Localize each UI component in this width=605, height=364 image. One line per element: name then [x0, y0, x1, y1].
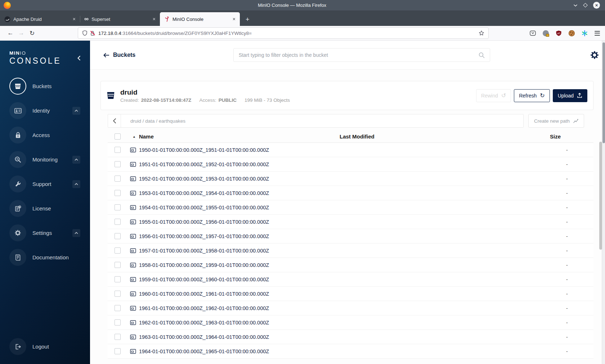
object-row[interactable]: 1962-01-01T00:00:00.000Z_1963-01-01T00:0… [108, 315, 593, 330]
search-input[interactable] [239, 52, 479, 58]
object-row[interactable]: 1956-01-01T00:00:00.000Z_1957-01-01T00:0… [108, 229, 593, 244]
menu-hamburger-icon[interactable] [595, 31, 600, 36]
object-row[interactable]: 1959-01-01T00:00:00.000Z_1960-01-01T00:0… [108, 272, 593, 287]
upload-button[interactable]: Upload [553, 89, 587, 102]
shield-icon[interactable] [82, 30, 88, 36]
insecure-lock-icon[interactable] [90, 31, 95, 36]
sidebar-item-identity[interactable]: Identity [0, 102, 90, 119]
row-checkbox[interactable] [115, 161, 121, 167]
object-name[interactable]: 1959-01-01T00:00:00.000Z_1960-01-01T00:0… [139, 277, 269, 282]
tab-close-icon[interactable]: × [152, 16, 156, 22]
object-name[interactable]: 1960-01-01T00:00:00.000Z_1961-01-01T00:0… [139, 291, 269, 297]
sidebar-menu: Buckets Identity Access [0, 78, 90, 273]
row-checkbox[interactable] [115, 262, 121, 268]
cookie-icon[interactable] [569, 30, 575, 36]
sidebar-item-logout[interactable]: Logout [0, 338, 90, 355]
column-header-name[interactable]: ▲ Name [125, 133, 340, 140]
sidebar-item-license[interactable]: License [0, 200, 90, 217]
object-name[interactable]: 1963-01-01T00:00:00.000Z_1964-01-01T00:0… [139, 334, 269, 340]
chevron-up-icon[interactable] [72, 180, 80, 188]
sidebar-item-documentation[interactable]: Documentation [0, 249, 90, 266]
row-checkbox[interactable] [115, 319, 121, 326]
sidebar-item-access[interactable]: Access [0, 127, 90, 144]
object-row[interactable]: 1957-01-01T00:00:00.000Z_1958-01-01T00:0… [108, 244, 593, 258]
object-name[interactable]: 1950-01-01T00:00:00.000Z_1951-01-01T00:0… [139, 147, 269, 153]
pocket-icon[interactable] [530, 30, 536, 36]
object-name[interactable]: 1954-01-01T00:00:00.000Z_1955-01-01T00:0… [139, 205, 269, 210]
select-all-checkbox[interactable] [115, 133, 121, 140]
tab-apache-druid[interactable]: Apache Druid × [0, 12, 80, 26]
row-checkbox[interactable] [115, 348, 121, 354]
chevron-up-icon[interactable] [72, 107, 80, 115]
color-asterisk-icon[interactable] [582, 30, 588, 36]
object-row[interactable]: 1961-01-01T00:00:00.000Z_1962-01-01T00:0… [108, 301, 593, 315]
create-new-path-button[interactable]: Create new path [528, 114, 584, 128]
chevron-up-icon[interactable] [72, 229, 80, 237]
back-icon[interactable]: ← [5, 28, 16, 38]
object-name[interactable]: 1958-01-01T00:00:00.000Z_1959-01-01T00:0… [139, 262, 269, 268]
row-checkbox[interactable] [115, 176, 121, 182]
minimize-icon[interactable] [573, 4, 578, 7]
row-checkbox[interactable] [115, 147, 121, 153]
object-row[interactable]: 1964-01-01T00:00:00.000Z_1965-01-01T00:0… [108, 344, 593, 359]
tab-minio-console[interactable]: MinIO Console × [160, 12, 240, 26]
object-name[interactable]: 1953-01-01T00:00:00.000Z_1954-01-01T00:0… [139, 190, 269, 196]
row-checkbox[interactable] [115, 291, 121, 297]
sidebar-item-settings[interactable]: Settings [0, 224, 90, 241]
object-row[interactable]: 1953-01-01T00:00:00.000Z_1954-01-01T00:0… [108, 186, 593, 200]
ublock-shield-icon[interactable]: uO [556, 30, 562, 36]
object-name[interactable]: 1961-01-01T00:00:00.000Z_1962-01-01T00:0… [139, 305, 269, 311]
object-row[interactable]: 1958-01-01T00:00:00.000Z_1959-01-01T00:0… [108, 258, 593, 272]
object-name[interactable]: 1952-01-01T00:00:00.000Z_1953-01-01T00:0… [139, 176, 269, 182]
row-checkbox[interactable] [115, 305, 121, 311]
extension-avatar-icon[interactable] [543, 30, 549, 36]
sidebar-item-monitoring[interactable]: Monitoring [0, 151, 90, 168]
sidebar-item-buckets[interactable]: Buckets [0, 78, 90, 95]
object-row[interactable]: 1951-01-01T00:00:00.000Z_1952-01-01T00:0… [108, 157, 593, 172]
object-row[interactable]: 1954-01-01T00:00:00.000Z_1955-01-01T00:0… [108, 200, 593, 215]
browser-scrollbar-thumb[interactable] [602, 42, 605, 143]
object-row[interactable]: 1960-01-01T00:00:00.000Z_1961-01-01T00:0… [108, 287, 593, 301]
chevron-left-icon[interactable] [108, 114, 121, 127]
maximize-icon[interactable] [583, 3, 588, 8]
close-icon[interactable]: × [593, 2, 600, 9]
object-name[interactable]: 1964-01-01T00:00:00.000Z_1965-01-01T00:0… [139, 349, 269, 354]
object-name[interactable]: 1951-01-01T00:00:00.000Z_1952-01-01T00:0… [139, 161, 269, 167]
tab-close-icon[interactable]: × [72, 16, 76, 22]
tab-superset[interactable]: ∞ Superset × [80, 12, 160, 26]
chevron-up-icon[interactable] [72, 156, 80, 164]
object-name[interactable]: 1962-01-01T00:00:00.000Z_1963-01-01T00:0… [139, 320, 269, 326]
breadcrumb[interactable]: druid / data / earthquakes [121, 118, 185, 124]
refresh-button[interactable]: Refresh ↻ [514, 89, 550, 102]
column-header-last-modified[interactable]: Last Modified [340, 133, 550, 140]
row-checkbox[interactable] [115, 233, 121, 239]
column-header-size[interactable]: Size [550, 133, 593, 140]
row-checkbox[interactable] [115, 219, 121, 225]
row-checkbox[interactable] [115, 190, 121, 196]
forward-icon[interactable]: → [16, 28, 27, 38]
object-row[interactable]: 1952-01-01T00:00:00.000Z_1953-01-01T00:0… [108, 172, 593, 186]
tab-close-icon[interactable]: × [232, 16, 236, 22]
browser-scrollbar[interactable] [602, 41, 605, 364]
folder-icon [130, 349, 136, 354]
object-name[interactable]: 1956-01-01T00:00:00.000Z_1957-01-01T00:0… [139, 233, 269, 239]
back-to-buckets-link[interactable]: Buckets [103, 52, 135, 58]
row-checkbox[interactable] [115, 247, 121, 254]
row-checkbox[interactable] [115, 276, 121, 282]
collapse-chevron-icon[interactable] [77, 55, 81, 61]
object-row[interactable]: 1963-01-01T00:00:00.000Z_1964-01-01T00:0… [108, 330, 593, 344]
object-name[interactable]: 1955-01-01T00:00:00.000Z_1956-01-01T00:0… [139, 219, 269, 225]
row-checkbox[interactable] [115, 334, 121, 340]
object-row[interactable]: 1950-01-01T00:00:00.000Z_1951-01-01T00:0… [108, 143, 593, 157]
object-list-scrollbar-thumb[interactable] [599, 142, 602, 250]
url-bar[interactable]: 172.18.0.4:31664/buckets/druid/browse/ZG… [78, 27, 489, 39]
rewind-button[interactable]: Rewind ↺ [476, 89, 511, 102]
new-tab-button[interactable]: + [246, 16, 250, 23]
row-checkbox[interactable] [115, 204, 121, 210]
bookmark-star-icon[interactable] [479, 30, 484, 36]
sidebar-item-support[interactable]: Support [0, 176, 90, 192]
object-row[interactable]: 1955-01-01T00:00:00.000Z_1956-01-01T00:0… [108, 215, 593, 229]
object-name[interactable]: 1957-01-01T00:00:00.000Z_1958-01-01T00:0… [139, 248, 269, 254]
settings-gear-icon[interactable] [590, 50, 599, 60]
reload-icon[interactable]: ↻ [27, 28, 37, 38]
